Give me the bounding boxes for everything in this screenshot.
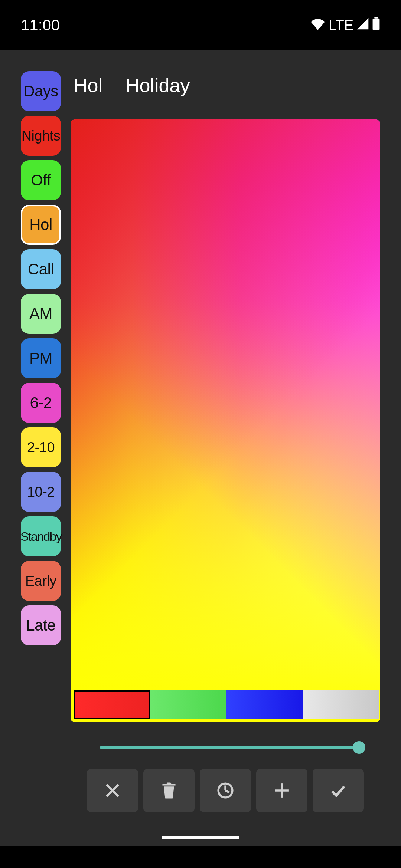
- tag-nights[interactable]: Nights: [21, 116, 61, 156]
- tag-pm[interactable]: PM: [21, 338, 61, 378]
- svg-rect-0: [373, 18, 380, 30]
- add-button[interactable]: [256, 769, 307, 812]
- signal-icon: [356, 17, 369, 33]
- tag-call[interactable]: Call: [21, 249, 61, 289]
- wifi-icon: [310, 17, 326, 33]
- color-picker[interactable]: [71, 119, 380, 722]
- status-bar: 11:00 LTE: [0, 0, 401, 50]
- slider-track: [100, 746, 365, 749]
- tag-am[interactable]: AM: [21, 294, 61, 334]
- swatch-row: [74, 690, 380, 719]
- svg-rect-1: [374, 17, 378, 19]
- battery-icon: [372, 17, 380, 34]
- tag-short-input[interactable]: [74, 71, 118, 102]
- tag-days[interactable]: Days: [21, 71, 61, 111]
- action-bar: [71, 769, 380, 812]
- status-icons: LTE: [310, 17, 380, 34]
- tag-off[interactable]: Off: [21, 160, 61, 200]
- slider-thumb[interactable]: [353, 741, 365, 754]
- swatch-green[interactable]: [150, 690, 226, 719]
- tag-sidebar: DaysNightsOffHolCallAMPM6-22-1010-2Stand…: [21, 71, 61, 645]
- network-label: LTE: [329, 17, 353, 33]
- tag-hol[interactable]: Hol: [21, 205, 61, 245]
- status-time: 11:00: [21, 16, 60, 34]
- tag-standby[interactable]: Standby: [21, 516, 61, 556]
- app-body: DaysNightsOffHolCallAMPM6-22-1010-2Stand…: [0, 50, 401, 846]
- tag-10-2[interactable]: 10-2: [21, 472, 61, 512]
- cancel-button[interactable]: [87, 769, 138, 812]
- name-inputs: [71, 71, 380, 102]
- tag-late[interactable]: Late: [21, 605, 61, 645]
- tag-6-2[interactable]: 6-2: [21, 383, 61, 423]
- svg-line-6: [225, 790, 229, 792]
- swatch-blue[interactable]: [226, 690, 303, 719]
- tag-2-10[interactable]: 2-10: [21, 427, 61, 467]
- editor-panel: [71, 71, 380, 812]
- delete-button[interactable]: [143, 769, 195, 812]
- confirm-button[interactable]: [313, 769, 364, 812]
- nav-handle[interactable]: [162, 836, 239, 839]
- tag-early[interactable]: Early: [21, 561, 61, 601]
- tag-long-input[interactable]: [125, 71, 380, 102]
- swatch-red[interactable]: [74, 690, 150, 719]
- swatch-gray[interactable]: [303, 690, 379, 719]
- brightness-slider[interactable]: [100, 739, 365, 756]
- time-button[interactable]: [200, 769, 251, 812]
